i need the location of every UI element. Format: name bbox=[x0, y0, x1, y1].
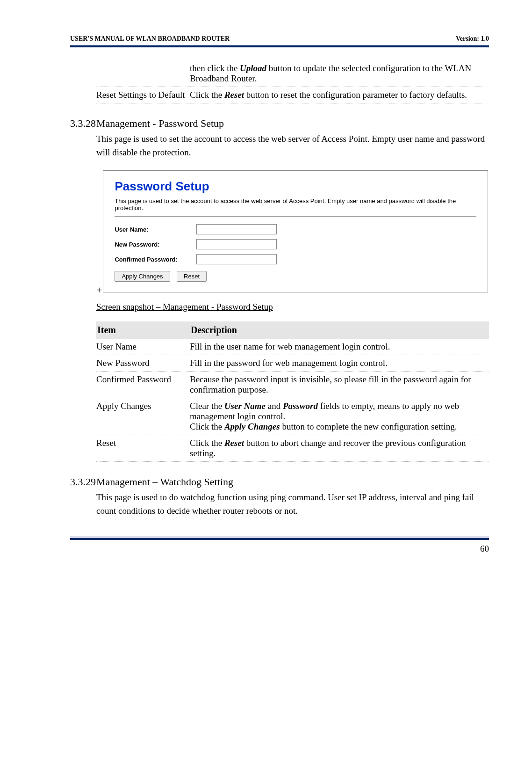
label-confirmed-password: Confirmed Password: bbox=[115, 256, 196, 263]
th-item: Item bbox=[96, 321, 190, 339]
table-row: Confirmed Password Because the password … bbox=[96, 372, 489, 398]
section-intro-watchdog: This page is used to do watchdog functio… bbox=[96, 491, 489, 518]
page-number: 60 bbox=[70, 544, 489, 554]
screenshot-description: This page is used to set the account to … bbox=[115, 197, 476, 217]
cell-desc-reset-settings: Click the Reset button to reset the conf… bbox=[190, 87, 489, 103]
table-row: Reset Click the Reset button to abort ch… bbox=[96, 435, 489, 462]
cell-desc-upload: then click the Upload button to update t… bbox=[190, 60, 489, 87]
section-heading-password-setup: 3.3.28Management - Password Setup bbox=[70, 117, 489, 130]
screenshot-title: Password Setup bbox=[115, 179, 476, 194]
apply-changes-button[interactable]: Apply Changes bbox=[115, 271, 170, 282]
confirmed-password-input[interactable] bbox=[196, 254, 277, 264]
reset-button[interactable]: Reset bbox=[177, 271, 207, 282]
header-left: USER'S MANUAL OF WLAN BROADBAND ROUTER bbox=[70, 35, 230, 43]
header-right: Version: 1.0 bbox=[456, 35, 489, 43]
th-description: Description bbox=[190, 321, 489, 339]
user-name-input[interactable] bbox=[196, 224, 277, 234]
new-password-input[interactable] bbox=[196, 239, 277, 249]
config-table-continuation: then click the Upload button to update t… bbox=[96, 60, 489, 103]
label-new-password: New Password: bbox=[115, 241, 196, 248]
label-user-name: User Name: bbox=[115, 226, 196, 233]
plus-marker: + bbox=[96, 284, 102, 296]
embedded-screenshot: Password Setup This page is used to set … bbox=[103, 170, 488, 292]
section-intro-password: This page is used to set the account to … bbox=[96, 132, 489, 159]
header-divider bbox=[70, 45, 489, 48]
section-heading-watchdog: 3.3.29Management – Watchdog Setting bbox=[70, 476, 489, 488]
cell-item-empty bbox=[96, 60, 190, 87]
table-row: Apply Changes Clear the User Name and Pa… bbox=[96, 398, 489, 435]
footer-divider bbox=[70, 536, 489, 540]
table-row: New Password Fill in the password for we… bbox=[96, 355, 489, 372]
screenshot-caption: Screen snapshot – Management - Password … bbox=[96, 302, 489, 312]
password-description-table: Item Description User Name Fill in the u… bbox=[96, 321, 489, 462]
table-row: User Name Fill in the user name for web … bbox=[96, 339, 489, 355]
cell-item-reset-settings: Reset Settings to Default bbox=[96, 87, 190, 103]
